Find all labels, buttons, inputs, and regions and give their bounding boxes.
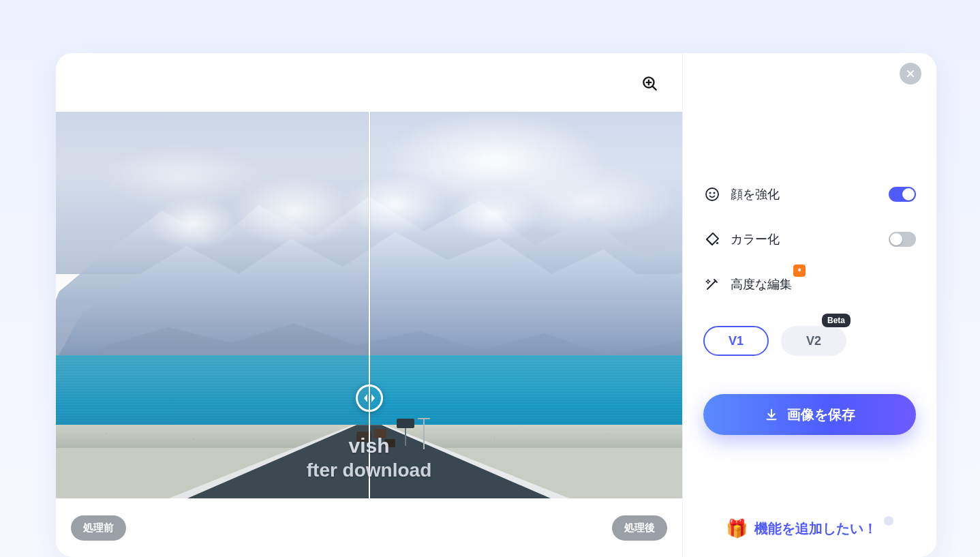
svg-point-9 xyxy=(716,242,718,244)
option-label: 高度な編集 xyxy=(731,276,792,292)
close-button[interactable] xyxy=(900,63,921,85)
options-list: 顔を強化 カラー化 xyxy=(703,185,916,293)
gift-icon: 🎁 xyxy=(726,518,748,539)
face-enhance-toggle[interactable] xyxy=(889,187,916,202)
paint-bucket-icon xyxy=(703,230,721,248)
feature-request-label: 機能を追加したい！ xyxy=(754,520,877,538)
download-icon xyxy=(764,407,779,422)
after-label-pill[interactable]: 処理後 xyxy=(612,515,667,541)
face-icon xyxy=(703,185,721,203)
version-v1-button[interactable]: V1 xyxy=(703,326,769,356)
colorize-toggle[interactable] xyxy=(889,232,916,247)
option-label: 顔を強化 xyxy=(731,186,780,202)
zoom-in-icon xyxy=(641,74,658,92)
comparison-image[interactable]: vish fter download xyxy=(56,112,682,498)
notification-dot xyxy=(884,516,893,526)
before-label-pill[interactable]: 処理前 xyxy=(71,515,126,541)
svg-point-6 xyxy=(706,188,718,200)
svg-line-3 xyxy=(653,87,656,90)
svg-point-8 xyxy=(714,192,714,193)
option-advanced-edit[interactable]: 高度な編集 xyxy=(703,275,916,293)
save-image-button[interactable]: 画像を保存 xyxy=(703,394,916,435)
feature-request-link[interactable]: 🎁 機能を追加したい！ xyxy=(703,518,916,543)
fire-icon xyxy=(795,267,803,275)
svg-point-7 xyxy=(709,192,710,193)
zoom-in-button[interactable] xyxy=(636,70,663,97)
version-label: V1 xyxy=(729,334,744,348)
comparison-divider xyxy=(369,112,370,498)
comparison-slider-handle[interactable] xyxy=(356,385,383,412)
viewer-bottombar: 処理前 処理後 xyxy=(56,498,682,557)
version-v2-button[interactable]: V2 Beta xyxy=(781,326,846,356)
settings-sidebar: 顔を強化 カラー化 xyxy=(683,53,936,557)
close-icon xyxy=(905,68,916,79)
option-colorize: カラー化 xyxy=(703,230,916,248)
option-label: カラー化 xyxy=(731,231,780,247)
version-selector: V1 V2 Beta xyxy=(703,326,916,356)
image-comparison-panel: vish fter download 処理前 処理後 xyxy=(56,53,683,557)
hot-badge xyxy=(793,265,806,277)
slider-handle-icon xyxy=(361,390,378,406)
option-face-enhance: 顔を強化 xyxy=(703,185,916,203)
editor-modal: vish fter download 処理前 処理後 xyxy=(56,53,936,557)
save-button-label: 画像を保存 xyxy=(787,406,855,424)
beta-badge: Beta xyxy=(822,314,851,327)
version-label: V2 xyxy=(806,334,821,348)
magic-wand-icon xyxy=(703,275,721,293)
viewer-topbar xyxy=(56,53,682,112)
